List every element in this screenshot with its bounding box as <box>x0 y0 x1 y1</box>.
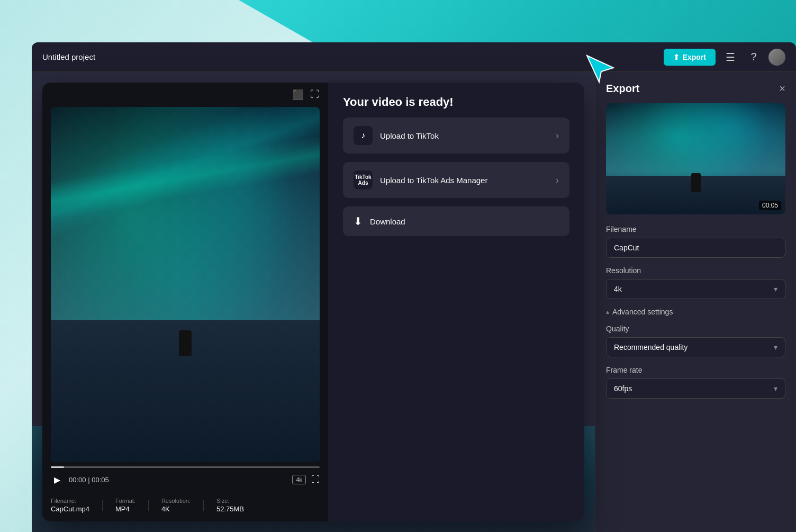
filename-group: Filename <box>606 225 785 258</box>
filename-label: Filename: <box>51 498 89 504</box>
content-area: ⬛ ⛶ ▶ <box>32 72 796 532</box>
file-info-format: Format: MP4 <box>115 498 135 513</box>
resolution-form-label: Resolution <box>606 266 785 275</box>
export-button[interactable]: ⬆ Export <box>664 49 716 66</box>
upload-tiktok-ads-option[interactable]: TikTokAds Upload to TikTok Ads Manager › <box>343 162 569 198</box>
video-controls: ▶ 00:00 | 00:05 4k ⛶ <box>42 462 328 492</box>
file-info: Filename: CapCut.mp4 Format: MP4 Resolut… <box>42 492 328 521</box>
resolution-group: Resolution 4k ▾ <box>606 266 785 299</box>
size-value: 52.75MB <box>216 505 244 513</box>
upload-tiktok-ads-label: Upload to TikTok Ads Manager <box>380 176 487 185</box>
download-label: Download <box>370 217 405 226</box>
person-figure <box>179 330 192 356</box>
upload-tiktok-label: Upload to TikTok <box>380 131 439 140</box>
thumb-duration: 00:05 <box>759 201 781 210</box>
aurora-streaks <box>51 107 320 249</box>
resolution-value: 4K <box>161 505 191 513</box>
upload-section: Your video is ready! ♪ Upload to TikTok … <box>328 83 584 521</box>
settings-form: Filename Resolution 4k ▾ ▴ Advanced sett… <box>595 225 796 399</box>
tiktok-icon-container: ♪ <box>354 126 373 145</box>
resolution-chevron-down-icon: ▾ <box>774 285 777 293</box>
play-button[interactable]: ▶ <box>51 473 64 486</box>
file-info-filename: Filename: CapCut.mp4 <box>51 498 89 513</box>
quality-badge: 4k <box>292 475 306 484</box>
advanced-settings-chevron-icon: ▴ <box>606 308 609 315</box>
frame-rate-chevron-down-icon: ▾ <box>774 384 777 393</box>
resolution-label: Resolution: <box>161 498 191 504</box>
quality-select[interactable]: Recommended quality ▾ <box>606 337 785 357</box>
video-preview <box>51 107 320 462</box>
frame-rate-group: Frame rate 60fps ▾ <box>606 366 785 399</box>
chevron-right-icon-1: › <box>556 130 559 141</box>
video-section: ⬛ ⛶ ▶ <box>42 83 328 521</box>
advanced-settings-label: Advanced settings <box>612 308 673 316</box>
upload-tiktok-ads-left: TikTokAds Upload to TikTok Ads Manager <box>354 170 487 190</box>
divider-1 <box>102 500 103 511</box>
top-bar: Untitled project ⬆ Export ☰ ? <box>32 42 796 72</box>
export-modal: ⬛ ⛶ ▶ <box>42 83 584 521</box>
time-display: 00:00 | 00:05 <box>69 476 109 484</box>
menu-icon-button[interactable]: ☰ <box>722 49 739 66</box>
file-info-size: Size: 52.75MB <box>216 498 244 513</box>
format-value: MP4 <box>115 505 135 513</box>
video-icons: ⬛ ⛶ <box>42 83 328 107</box>
main-area: ⬛ ⛶ ▶ <box>32 72 595 532</box>
frame-rate-select[interactable]: 60fps ▾ <box>606 378 785 399</box>
filename-value: CapCut.mp4 <box>51 505 89 513</box>
controls-left: ▶ 00:00 | 00:05 <box>51 473 109 486</box>
file-info-resolution: Resolution: 4K <box>161 498 191 513</box>
fullscreen-icon[interactable]: ⛶ <box>310 89 320 101</box>
close-button[interactable]: × <box>779 83 785 95</box>
export-sidebar: Export × 00:05 Filename Resolution 4k <box>595 72 796 532</box>
tiktok-ads-icon: TikTokAds <box>355 174 371 186</box>
advanced-settings-row[interactable]: ▴ Advanced settings <box>606 308 785 316</box>
download-option[interactable]: ⬇ Download <box>343 206 569 236</box>
controls-row: ▶ 00:00 | 00:05 4k ⛶ <box>51 473 320 486</box>
tiktok-icon: ♪ <box>361 131 365 140</box>
help-icon-button[interactable]: ? <box>745 49 762 66</box>
format-label: Format: <box>115 498 135 504</box>
export-panel-title: Export <box>606 83 639 95</box>
quality-select-value: Recommended quality <box>614 343 688 351</box>
resolution-select-value: 4k <box>614 285 622 293</box>
size-label: Size: <box>216 498 244 504</box>
progress-fill <box>51 466 64 468</box>
upload-icon: ⬆ <box>673 53 680 61</box>
upload-tiktok-option[interactable]: ♪ Upload to TikTok › <box>343 118 569 154</box>
resolution-select[interactable]: 4k ▾ <box>606 279 785 299</box>
download-icon: ⬇ <box>354 215 363 228</box>
chevron-right-icon-2: › <box>556 175 559 186</box>
filename-form-label: Filename <box>606 225 785 233</box>
avatar[interactable] <box>768 49 785 66</box>
divider-3 <box>203 500 204 511</box>
upload-tiktok-left: ♪ Upload to TikTok <box>354 126 439 145</box>
top-bar-actions: ⬆ Export ☰ ? <box>664 49 785 66</box>
export-header: Export × <box>595 72 796 103</box>
frame-rate-form-label: Frame rate <box>606 366 785 374</box>
video-thumbnail: 00:05 <box>606 103 785 214</box>
tiktok-ads-icon-container: TikTokAds <box>354 170 373 190</box>
app-window: Untitled project ⬆ Export ☰ ? ⬛ <box>32 42 796 532</box>
quality-group: Quality Recommended quality ▾ <box>606 324 785 357</box>
quality-form-label: Quality <box>606 324 785 333</box>
filename-input[interactable] <box>606 238 785 258</box>
quality-chevron-down-icon: ▾ <box>774 343 777 351</box>
divider-2 <box>148 500 149 511</box>
progress-bar[interactable] <box>51 466 320 468</box>
fullscreen-button[interactable]: ⛶ <box>311 475 320 484</box>
subtitle-icon[interactable]: ⬛ <box>292 89 304 101</box>
thumb-figure <box>691 173 701 192</box>
ready-title: Your video is ready! <box>343 95 569 109</box>
project-title: Untitled project <box>42 52 95 61</box>
frame-rate-select-value: 60fps <box>614 384 632 393</box>
